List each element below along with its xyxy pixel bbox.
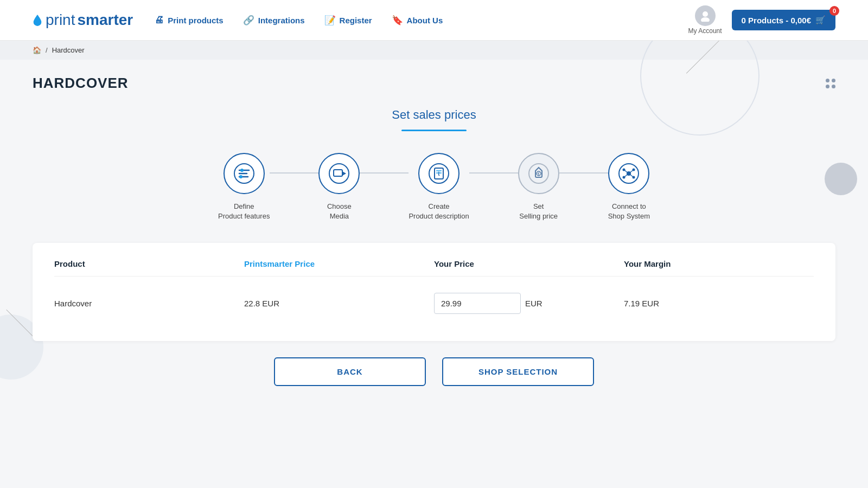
create-desc-icon: t (429, 163, 449, 184)
eur-label: EUR (525, 299, 542, 308)
breadcrumb-separator: / (46, 46, 48, 54)
product-name: Hardcover (54, 299, 244, 308)
step-set[interactable]: € Set Selling price (518, 153, 559, 221)
dots-row-1 (826, 79, 835, 82)
header-right: My Account 0 0 Products - 0,00€ 🛒 (688, 5, 835, 35)
step-connector-3 (469, 172, 518, 174)
breadcrumb-current: Hardcover (52, 46, 85, 54)
your-margin: 7.19 EUR (624, 299, 814, 308)
main-content: HARDCOVER Set sales prices (0, 60, 868, 419)
set-price-icon: € (528, 163, 549, 184)
nav-about-us-label: About Us (407, 16, 443, 25)
nav-register[interactable]: 📝 Register (324, 15, 372, 26)
step-define-circle (224, 153, 265, 194)
nav-integrations-label: Integrations (258, 16, 305, 25)
stepper-section: Set sales prices Define Pro (33, 97, 835, 243)
printsmarter-price: 22.8 EUR (244, 299, 434, 308)
logo-text-part2: smarter (77, 11, 133, 29)
step-create[interactable]: t Create Product description (409, 153, 469, 221)
stepper: Define Product features Choose Media (33, 153, 835, 221)
account-avatar (695, 5, 716, 26)
step-create-label: Create Product description (409, 202, 469, 221)
choose-media-icon (329, 163, 349, 184)
printer-icon: 🖨 (155, 15, 164, 25)
dot (826, 85, 829, 88)
cart-label: 0 Products - 0,00€ (742, 16, 811, 25)
logo[interactable]: printsmarter (33, 11, 133, 29)
page-title: HARDCOVER (33, 75, 129, 92)
main-nav: 🖨 Print products 🔗 Integrations 📝 Regist… (155, 15, 443, 26)
page-heading-row: HARDCOVER (33, 60, 835, 97)
back-button[interactable]: BACK (274, 357, 426, 386)
svg-point-0 (703, 11, 708, 17)
nav-print-products[interactable]: 🖨 Print products (155, 15, 224, 25)
svg-point-1 (701, 17, 710, 22)
cart-badge: 0 (829, 6, 839, 16)
button-row: BACK SHOP SELECTION (33, 357, 835, 386)
nav-print-products-label: Print products (168, 16, 224, 25)
stepper-underline (401, 130, 467, 131)
price-input-wrap: EUR (434, 293, 624, 314)
dot (832, 85, 835, 88)
dot (826, 79, 829, 82)
step-create-circle: t (418, 153, 459, 194)
step-connect[interactable]: Connect to Shop System (608, 153, 650, 221)
options-icon[interactable] (826, 79, 835, 88)
svg-point-7 (239, 175, 242, 178)
your-price-input[interactable] (434, 293, 521, 314)
shop-selection-button[interactable]: SHOP SELECTION (442, 357, 594, 386)
logo-drop-icon (33, 14, 42, 26)
col-header-your-price: Your Price (434, 259, 624, 268)
step-set-circle: € (518, 153, 559, 194)
dot (832, 79, 835, 82)
nav-integrations[interactable]: 🔗 Integrations (243, 15, 305, 26)
col-header-your-margin: Your Margin (624, 259, 814, 268)
nav-about-us[interactable]: 🔖 About Us (392, 15, 443, 26)
step-set-label: Set Selling price (519, 202, 558, 221)
breadcrumb-home-icon[interactable]: 🏠 (33, 46, 41, 54)
stepper-title: Set sales prices (33, 108, 835, 122)
bookmark-icon: 🔖 (392, 15, 403, 26)
step-choose-circle (318, 153, 360, 194)
step-choose-label: Choose Media (327, 202, 352, 221)
nav-register-label: Register (340, 16, 372, 25)
step-connector-2 (360, 172, 409, 174)
connect-shop-icon (618, 163, 639, 184)
header: printsmarter 🖨 Print products 🔗 Integrat… (0, 0, 868, 41)
col-header-printsmarter-price: Printsmarter Price (244, 259, 434, 268)
price-table-header: Product Printsmarter Price Your Price Yo… (54, 259, 814, 277)
step-connect-label: Connect to Shop System (608, 202, 650, 221)
svg-point-6 (240, 169, 244, 172)
logo-text-part1: print (46, 11, 75, 29)
price-table: Product Printsmarter Price Your Price Yo… (33, 243, 835, 341)
my-account-label: My Account (688, 27, 722, 35)
dots-row-2 (826, 85, 835, 88)
step-define-label: Define Product features (218, 202, 270, 221)
breadcrumb: 🏠 / Hardcover (0, 41, 868, 60)
step-connect-circle (608, 153, 649, 194)
step-connector-4 (559, 172, 608, 174)
person-icon (699, 10, 711, 22)
register-icon: 📝 (324, 15, 336, 26)
svg-text:€: € (538, 172, 540, 176)
cart-icon: 🛒 (815, 15, 826, 25)
table-row: Hardcover 22.8 EUR EUR 7.19 EUR (54, 287, 814, 319)
define-icon (234, 163, 254, 184)
step-choose[interactable]: Choose Media (318, 153, 360, 221)
cart-button[interactable]: 0 0 Products - 0,00€ 🛒 (732, 10, 835, 30)
your-price-cell: EUR (434, 293, 624, 314)
step-connector-1 (270, 172, 318, 174)
my-account[interactable]: My Account (688, 5, 722, 35)
step-define[interactable]: Define Product features (218, 153, 270, 221)
integrations-icon: 🔗 (243, 15, 254, 26)
col-header-product: Product (54, 259, 244, 268)
